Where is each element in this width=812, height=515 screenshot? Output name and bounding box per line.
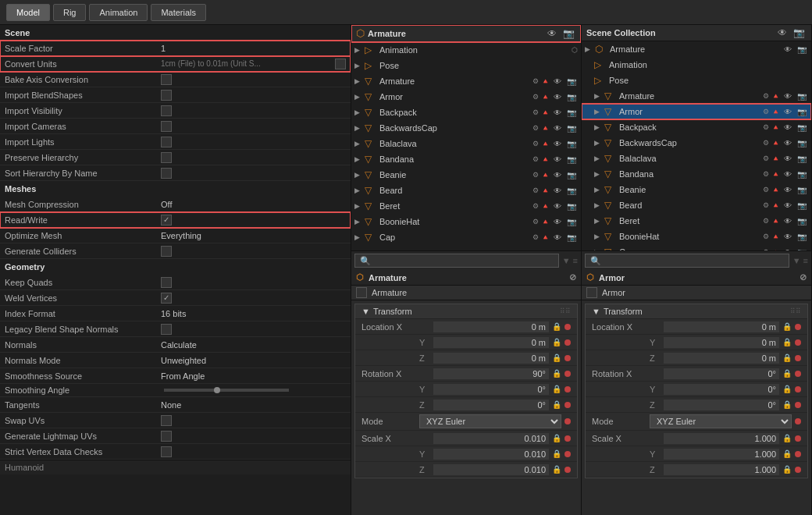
normals-mode-row[interactable]: Normals Mode Unweighted <box>0 353 351 368</box>
scene-item-beard[interactable]: ▶ ▽ Beard ⚙ 🔺 👁 📷 <box>582 197 811 213</box>
preserve-hierarchy-checkbox[interactable] <box>161 152 172 163</box>
camera-icon[interactable]: 📷 <box>792 27 807 38</box>
rotation-z-input-b[interactable] <box>664 400 779 410</box>
swap-uvs-checkbox[interactable] <box>161 415 172 426</box>
location-z-input[interactable] <box>433 353 549 364</box>
lock-icon[interactable]: 🔒 <box>552 369 561 378</box>
keep-quads-checkbox[interactable] <box>161 277 172 288</box>
eye-icon[interactable]: 👁 <box>552 108 563 117</box>
eye-icon[interactable]: 👁 <box>782 233 793 241</box>
camera-icon[interactable]: 📷 <box>796 170 808 179</box>
transform-header-armor[interactable]: ▼ Transform ⠿⠿ <box>586 304 807 319</box>
camera-icon[interactable]: 📷 <box>796 139 808 147</box>
mesh-compression-row[interactable]: Mesh Compression Off <box>0 197 351 212</box>
camera-icon[interactable]: 📷 <box>565 202 578 211</box>
scene-item-animation[interactable]: ▷ Animation <box>582 57 811 73</box>
lock-icon[interactable]: 🔒 <box>552 322 561 331</box>
location-z-input-b[interactable] <box>664 353 779 364</box>
scene-item-bandana[interactable]: ▶ ▽ Bandana ⚙ 🔺 👁 📷 <box>582 166 811 182</box>
read-write-row[interactable]: Read/Write <box>0 212 351 228</box>
tree-item-beard[interactable]: ▶ ▽ Beard ⚙ 🔺 👁 📷 <box>351 183 581 198</box>
preserve-hierarchy-row[interactable]: Preserve Hierarchy <box>0 150 351 165</box>
import-lights-row[interactable]: Import Lights <box>0 134 351 150</box>
tree-item-backpack[interactable]: ▶ ▽ Backpack ⚙ 🔺 👁 📷 <box>351 105 581 120</box>
eye-icon[interactable]: 👁 <box>552 77 563 86</box>
smoothing-angle-slider[interactable] <box>164 389 289 392</box>
camera-icon[interactable]: 📷 <box>796 186 808 194</box>
import-visibility-row[interactable]: Import Visibility <box>0 103 351 119</box>
scale-x-input[interactable] <box>433 433 549 444</box>
import-lights-checkbox[interactable] <box>161 137 172 147</box>
strict-vertex-checkbox[interactable] <box>161 446 172 457</box>
pin-icon[interactable]: ⊘ <box>800 272 807 282</box>
camera-icon[interactable]: 📷 <box>796 45 808 54</box>
lock-icon[interactable]: 🔒 <box>782 434 792 442</box>
smoothing-angle-thumb[interactable] <box>214 387 220 393</box>
camera-icon[interactable]: 📷 <box>565 77 578 86</box>
eye-icon[interactable]: 👁 <box>782 170 793 179</box>
legacy-blend-checkbox[interactable] <box>161 324 172 335</box>
swap-uvs-row[interactable]: Swap UVs <box>0 413 351 428</box>
eye-icon[interactable]: 👁 <box>552 93 563 101</box>
mode-select-b[interactable]: XYZ Euler <box>650 414 792 428</box>
lock-icon[interactable]: 🔒 <box>782 465 792 474</box>
lock-icon[interactable]: 🔒 <box>782 338 792 346</box>
tab-model[interactable]: Model <box>6 4 50 21</box>
camera-icon[interactable]: 📷 <box>796 217 808 226</box>
scene-item-backwardscap[interactable]: ▶ ▽ BackwardsCap ⚙ 🔺 👁 📷 <box>582 135 811 151</box>
import-blendshapes-checkbox[interactable] <box>161 90 172 101</box>
read-write-checkbox[interactable] <box>161 215 172 226</box>
pin-icon[interactable]: ⊘ <box>569 272 576 282</box>
lock-icon[interactable]: 🔒 <box>552 353 561 362</box>
search-options-right[interactable]: ▼ ≡ <box>792 256 808 265</box>
lightmap-uvs-checkbox[interactable] <box>161 431 172 442</box>
eye-icon[interactable]: 👁 <box>552 186 563 195</box>
scene-item-backpack[interactable]: ▶ ▽ Backpack ⚙ 🔺 👁 📷 <box>582 119 811 135</box>
import-visibility-checkbox[interactable] <box>161 105 172 116</box>
generate-colliders-row[interactable]: Generate Colliders <box>0 243 351 259</box>
camera-icon[interactable]: 📷 <box>796 154 808 163</box>
tab-materials[interactable]: Materials <box>151 4 206 21</box>
bake-axis-row[interactable]: Bake Axis Conversion <box>0 72 351 87</box>
scene-item-booniehat[interactable]: ▶ ▽ BoonieHat ⚙ 🔺 👁 📷 <box>582 229 811 244</box>
transform-header-armature[interactable]: ▼ Transform ⠿⠿ <box>355 304 577 319</box>
lock-icon[interactable]: 🔒 <box>552 449 561 458</box>
eye-icon[interactable]: 👁 <box>782 123 793 132</box>
tree-item-balaclava[interactable]: ▶ ▽ Balaclava ⚙ 🔺 👁 📷 <box>351 136 581 151</box>
lock-icon[interactable]: 🔒 <box>552 338 561 346</box>
smoothing-angle-row[interactable]: Smoothing Angle <box>0 384 351 397</box>
normals-row[interactable]: Normals Calculate <box>0 337 351 353</box>
tree-item-beret[interactable]: ▶ ▽ Beret ⚙ 🔺 👁 📷 <box>351 198 581 214</box>
eye-icon[interactable]: 👁 <box>782 154 793 163</box>
location-y-input-b[interactable] <box>664 337 779 348</box>
eye-icon[interactable]: 👁 <box>552 202 563 211</box>
eye-icon[interactable]: 👁 <box>552 124 563 133</box>
lock-icon[interactable]: 🔒 <box>552 400 561 409</box>
eye-icon[interactable]: 👁 <box>782 217 793 226</box>
eye-icon[interactable]: 👁 <box>782 108 793 116</box>
smoothness-source-row[interactable]: Smoothness Source From Angle <box>0 368 351 384</box>
location-x-input-b[interactable] <box>664 321 779 332</box>
tree-item-backwardscap[interactable]: ▶ ▽ BackwardsCap ⚙ 🔺 👁 📷 <box>351 120 581 136</box>
eye-icon[interactable]: 👁 <box>782 186 793 194</box>
camera-icon[interactable]: 📷 <box>565 186 578 195</box>
eye-icon[interactable]: 👁 <box>552 233 563 242</box>
lock-icon[interactable]: 🔒 <box>782 322 792 331</box>
index-format-row[interactable]: Index Format 16 bits <box>0 306 351 321</box>
tree-item-beanie[interactable]: ▶ ▽ Beanie ⚙ 🔺 👁 📷 <box>351 167 581 183</box>
scale-z-input[interactable] <box>433 464 549 475</box>
tree-item-pose[interactable]: ▶ ▷ Pose <box>351 58 581 73</box>
camera-icon[interactable]: 📷 <box>565 140 578 148</box>
search-input-left[interactable] <box>354 254 559 268</box>
import-blendshapes-row[interactable]: Import BlendShapes <box>0 87 351 103</box>
camera-icon[interactable]: 📷 <box>796 233 808 241</box>
weld-vertices-row[interactable]: Weld Vertices <box>0 290 351 306</box>
search-options-left[interactable]: ▼ ≡ <box>562 256 578 265</box>
camera-icon[interactable]: 📷 <box>565 233 578 242</box>
bake-axis-checkbox[interactable] <box>161 74 172 85</box>
legacy-blend-row[interactable]: Legacy Blend Shape Normals <box>0 321 351 337</box>
camera-icon[interactable]: 📷 <box>561 28 576 39</box>
scale-z-input-b[interactable] <box>664 464 779 475</box>
eye-icon[interactable]: 👁 <box>782 139 793 147</box>
eye-icon[interactable]: 👁 <box>552 218 563 226</box>
